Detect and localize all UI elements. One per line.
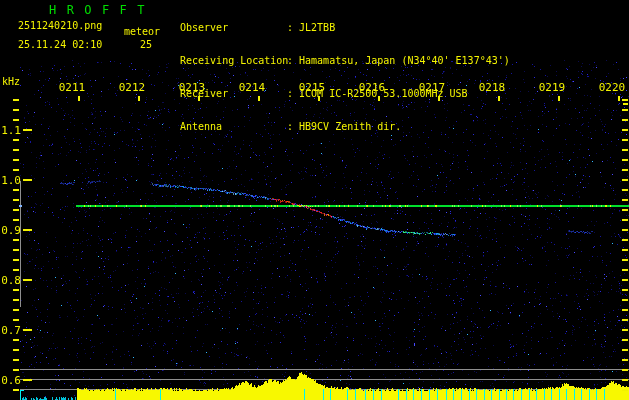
freq-tick-label: 0.6: [0, 374, 21, 387]
observer-label: Observer: [180, 23, 228, 33]
freq-tick-label: 1.1: [0, 124, 21, 137]
time-tick-label: 0220: [596, 81, 628, 94]
time-tick-label: 0211: [56, 81, 88, 94]
info-row-antenna: Antenna : HB9CV Zenith dir.: [0, 122, 629, 135]
time-tick-label: 0218: [476, 81, 508, 94]
antenna-value: : HB9CV Zenith dir.: [287, 122, 401, 132]
time-tick-label: 0214: [236, 81, 268, 94]
time-tick-label: 0212: [116, 81, 148, 94]
freq-tick-label: 0.9: [0, 224, 21, 237]
location-label: Receiving Location: [180, 56, 288, 66]
time-tick-label: 0216: [356, 81, 388, 94]
time-tick-label: 0213: [176, 81, 208, 94]
time-tick-label: 0219: [536, 81, 568, 94]
location-value: : Hamamatsu, Japan (N34°40' E137°43'): [287, 56, 510, 66]
station-info: Observer : JL2TBB Receiving Location : H…: [0, 3, 629, 155]
time-tick-label: 0215: [296, 81, 328, 94]
freq-tick-label: 1.0: [0, 174, 21, 187]
freq-axis-unit: kHz: [2, 77, 20, 87]
info-row-location: Receiving Location : Hamamatsu, Japan (N…: [0, 56, 629, 69]
antenna-label: Antenna: [180, 122, 222, 132]
freq-tick-label: 0.7: [0, 324, 21, 337]
freq-tick-label: 0.8: [0, 274, 21, 287]
time-tick-label: 0217: [416, 81, 448, 94]
hrofft-app: H R O F F T 2511240210.png meteor 25.11.…: [0, 0, 629, 400]
observer-value: : JL2TBB: [287, 23, 335, 33]
info-row-observer: Observer : JL2TBB: [0, 23, 629, 36]
